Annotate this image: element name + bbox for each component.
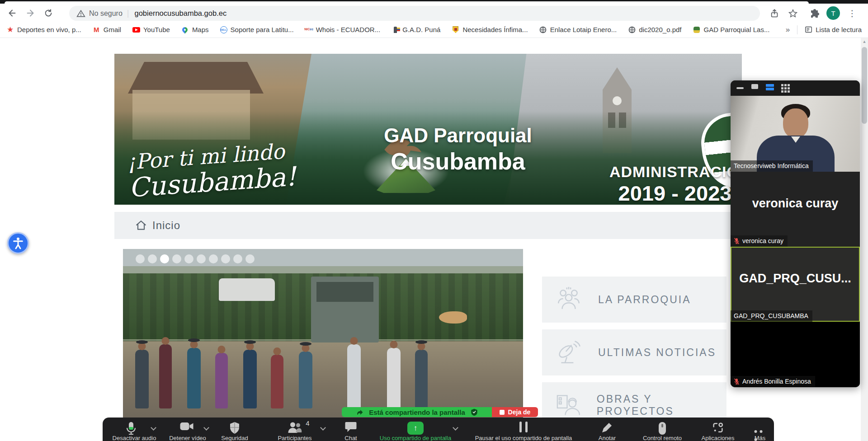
share-options-chevron[interactable]: [453, 425, 458, 431]
participant-name: Tecnoserviweb Informática: [734, 162, 809, 169]
bookmarks-overflow-button[interactable]: »: [786, 25, 790, 34]
forward-button[interactable]: [23, 5, 38, 21]
carousel-dot[interactable]: [245, 254, 255, 263]
grid-icon: [781, 84, 790, 93]
banner-title: GAD Parroquial Cusubamba: [381, 124, 535, 175]
carousel-dot[interactable]: [221, 254, 230, 263]
carousel-dot[interactable]: [148, 254, 157, 263]
stop-sharing-button[interactable]: Deja de: [492, 407, 538, 417]
zoom-sharing-banner: Está compartiendo la pantalla Deja de: [342, 407, 538, 417]
menu-card-label: OBRAS Y PROYECTOS: [597, 393, 726, 418]
bookmark-soporte[interactable]: DELLSoporte para Latitu...: [220, 26, 294, 33]
photo-person: [271, 355, 283, 408]
photo-person: [299, 352, 312, 409]
toolbar-label: Control remoto: [643, 435, 682, 441]
bookmark-maps[interactable]: Maps: [181, 26, 209, 33]
satellite-dish-icon: [555, 338, 583, 366]
page-scrollbar[interactable]: ▲: [861, 38, 868, 441]
audio-options-chevron[interactable]: [151, 425, 156, 431]
toolbar-label: Seguridad: [221, 435, 248, 441]
carousel-dot[interactable]: [233, 254, 242, 263]
participant-display-name: veronica curay: [731, 196, 860, 210]
banner-title-line2: Cusubamba: [381, 148, 535, 175]
apps-button[interactable]: [712, 422, 724, 436]
zoom-video-panel: Tecnoserviweb Informática veronica curay…: [731, 80, 860, 387]
reading-list-button[interactable]: Lista de lectura: [805, 26, 862, 33]
screen: No seguro | gobiernocusubamba.gob.ec T ⋮…: [0, 0, 868, 441]
profile-avatar[interactable]: T: [826, 6, 840, 20]
gallery-view-button[interactable]: [781, 84, 790, 93]
photo-person: [243, 350, 257, 409]
participants-button[interactable]: 4: [288, 422, 302, 435]
bookmark-gad-puna[interactable]: G.A.D. Puná: [392, 26, 440, 33]
back-button[interactable]: [5, 5, 20, 21]
annotate-button[interactable]: [601, 422, 613, 435]
toolbar-label-active: Uso compartido de pantalla: [380, 435, 451, 441]
pencil-icon: [601, 422, 613, 433]
crest-icon: [452, 26, 459, 33]
bookmark-label: Whois - ECUADOR...: [316, 26, 381, 33]
bookmark-label: G.A.D. Puná: [402, 26, 440, 33]
share-page-button[interactable]: [769, 7, 781, 20]
carousel-dot[interactable]: [172, 254, 181, 263]
stop-icon: [500, 410, 505, 415]
stop-video-button[interactable]: [180, 422, 194, 433]
breadcrumb-home-link[interactable]: Inicio: [152, 219, 180, 232]
photo-suv: [219, 278, 275, 301]
carousel-dot[interactable]: [209, 254, 218, 263]
muted-mic-icon: [734, 238, 740, 244]
bookmark-necesidades[interactable]: Necesidades Ínfima...: [452, 26, 528, 33]
browser-menu-button[interactable]: ⋮: [846, 6, 858, 20]
address-bar[interactable]: No seguro | gobiernocusubamba.gob.ec: [69, 6, 760, 21]
carousel-dot[interactable]: [136, 254, 145, 263]
video-camera-icon: [180, 422, 194, 431]
reload-button[interactable]: [41, 5, 56, 21]
speaker-view-button[interactable]: [751, 84, 758, 89]
bookmark-deportes[interactable]: ★Deportes en vivo, p...: [6, 26, 81, 33]
bookmark-whois[interactable]: NICecWhois - ECUADOR...: [305, 26, 381, 33]
bookmark-gad-parroquial[interactable]: GAD Parroquial Las...: [693, 26, 770, 33]
menu-card-ultimas-noticias[interactable]: ULTIMAS NOTICIAS: [542, 329, 726, 375]
carousel-dot[interactable]: [197, 254, 206, 263]
accessibility-widget-button[interactable]: [7, 232, 29, 254]
news-carousel: [123, 249, 523, 422]
bookmark-youtube[interactable]: YouTube: [132, 26, 170, 33]
bookmark-star-button[interactable]: [787, 7, 799, 20]
participants-options-chevron[interactable]: [320, 425, 326, 431]
bookmarks-divider: [797, 25, 797, 34]
dell-icon: DELL: [220, 26, 227, 33]
people-group-icon: [555, 286, 583, 314]
pause-share-button[interactable]: [518, 422, 529, 434]
globe-icon: [539, 26, 547, 33]
participant-tile: veronica curay veronica curay: [731, 172, 860, 247]
omnibox-separator: |: [127, 9, 129, 18]
strip-view-button-active[interactable]: [766, 84, 774, 87]
chat-icon: [345, 422, 357, 433]
back-icon: [7, 8, 17, 18]
share-icon: [770, 9, 780, 19]
menu-card-la-parroquia[interactable]: LA PARROQUIA: [542, 277, 726, 323]
menu-card-label: ULTIMAS NOTICIAS: [598, 347, 716, 359]
security-label[interactable]: No seguro: [89, 9, 123, 18]
bookmark-label: Enlace Lotaip Enero...: [550, 26, 617, 33]
chat-button[interactable]: [345, 422, 357, 435]
extensions-button[interactable]: [808, 7, 821, 20]
bookmark-lotaip[interactable]: Enlace Lotaip Enero...: [539, 26, 617, 33]
video-options-chevron[interactable]: [203, 425, 209, 431]
zoom-meeting-toolbar: Desactivar audio Detener vídeo Seguridad…: [103, 418, 774, 441]
browser-toolbar: No seguro | gobiernocusubamba.gob.ec T ⋮: [0, 4, 868, 22]
site-banner: ¡Por ti mi lindo Cusubamba! GAD Parroqui…: [114, 54, 742, 205]
scrollbar-up-arrow[interactable]: ▲: [861, 38, 868, 45]
reload-icon: [43, 8, 53, 18]
home-icon: [135, 220, 147, 231]
minimize-button[interactable]: [736, 84, 744, 92]
scrollbar-thumb[interactable]: [862, 47, 867, 124]
share-screen-icon: ↑: [407, 422, 424, 435]
bookmark-dic2020[interactable]: dic2020_o.pdf: [628, 26, 681, 33]
security-button[interactable]: [229, 422, 241, 436]
carousel-dot[interactable]: [184, 254, 193, 263]
carousel-dot-active[interactable]: [160, 254, 169, 263]
url-text[interactable]: gobiernocusubamba.gob.ec: [135, 9, 227, 18]
bookmark-gmail[interactable]: MGmail: [93, 26, 121, 33]
share-screen-button[interactable]: ↑: [407, 422, 424, 435]
